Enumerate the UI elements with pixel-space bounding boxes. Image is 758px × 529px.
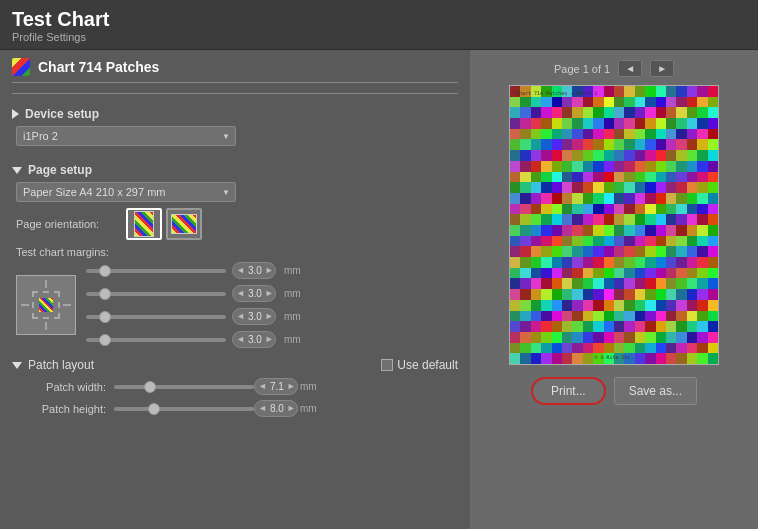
color-cell [593,225,603,236]
color-cell [510,311,520,322]
margin-top-slider[interactable] [86,269,226,273]
patch-height-slider[interactable] [114,407,254,411]
use-default-checkbox[interactable] [381,359,393,371]
color-cell [520,289,530,300]
patch-height-decrement[interactable]: ◄ [255,404,270,413]
device-setup-header[interactable]: Device setup [12,102,458,126]
color-cell [624,236,634,247]
color-cell [531,225,541,236]
color-cell [531,289,541,300]
color-cell [541,193,551,204]
color-cell [656,246,666,257]
margin-right-increment[interactable]: ► [262,289,277,298]
patch-width-slider[interactable] [114,385,254,389]
color-cell [583,214,593,225]
color-cell [666,332,676,343]
color-cell [697,97,707,108]
color-cell [520,204,530,215]
margin-bottom-slider[interactable] [86,315,226,319]
color-cell [562,214,572,225]
color-cell [520,150,530,161]
patch-width-value: 7.1 [270,381,284,392]
color-cell [552,311,562,322]
color-cell [624,97,634,108]
orientation-label: Page orientation: [16,218,126,230]
color-cell [604,311,614,322]
patch-width-increment[interactable]: ► [284,382,299,391]
color-cell [552,236,562,247]
color-cell [614,193,624,204]
margin-right-row: ◄ 3.0 ► mm [86,285,458,302]
color-cell [708,204,718,215]
color-cell [666,204,676,215]
color-cell [676,172,686,183]
app-header: Test Chart Profile Settings [0,0,758,50]
color-cell [572,311,582,322]
color-cell [531,214,541,225]
color-cell [645,214,655,225]
color-cell [645,204,655,215]
color-cell [676,343,686,354]
color-cell [676,107,686,118]
color-cell [520,246,530,257]
color-cell [562,172,572,183]
color-cell [708,129,718,140]
prev-page-button[interactable]: ◄ [618,60,642,77]
patch-width-decrement[interactable]: ◄ [255,382,270,391]
color-cell [687,204,697,215]
page-setup-header[interactable]: Page setup [12,158,458,182]
color-cell [624,278,634,289]
page-size-row: Paper Size A4 210 x 297 mm Letter A3 [16,182,458,202]
margin-bottom-increment[interactable]: ► [262,312,277,321]
color-cell [520,172,530,183]
color-cell [676,204,686,215]
color-cell [531,321,541,332]
landscape-icon [171,214,197,234]
margin-right-decrement[interactable]: ◄ [233,289,248,298]
color-cell [708,97,718,108]
color-cell [520,193,530,204]
color-cell [520,161,530,172]
color-cell [593,311,603,322]
color-cell [697,182,707,193]
margin-left-decrement[interactable]: ◄ [233,335,248,344]
color-cell [552,182,562,193]
color-cell [656,300,666,311]
color-cell [635,161,645,172]
color-cell [572,118,582,129]
color-cell [614,118,624,129]
color-cell [562,300,572,311]
color-cell [583,161,593,172]
margin-top-decrement[interactable]: ◄ [233,266,248,275]
device-select[interactable]: i1Pro 2 i1Pro Colorimeter [16,126,236,146]
patch-height-value: 8.0 [270,403,284,414]
save-button[interactable]: Save as... [614,377,697,405]
print-button[interactable]: Print... [531,377,606,405]
chart-preview: Chart 714 Patches — i1Pro 2 © X-Rite Inc… [509,85,719,365]
margin-left-slider[interactable] [86,338,226,342]
color-cell [666,300,676,311]
color-cell [708,257,718,268]
margin-right-slider[interactable] [86,292,226,296]
margin-bottom-decrement[interactable]: ◄ [233,312,248,321]
color-cell [645,343,655,354]
margin-left-increment[interactable]: ► [262,335,277,344]
color-cell [552,289,562,300]
next-page-button[interactable]: ► [650,60,674,77]
patch-height-increment[interactable]: ► [284,404,299,413]
margin-top-increment[interactable]: ► [262,266,277,275]
color-cell [531,246,541,257]
color-cell [666,321,676,332]
color-cell [614,172,624,183]
color-cell [666,107,676,118]
color-cell [687,172,697,183]
page-size-select[interactable]: Paper Size A4 210 x 297 mm Letter A3 [16,182,236,202]
color-cell [635,182,645,193]
margin-top-unit: mm [284,265,301,276]
patch-height-label: Patch height: [16,403,106,415]
color-cell [531,107,541,118]
portrait-button[interactable] [126,208,162,240]
margin-top-value: 3.0 [248,265,262,276]
color-cell [593,139,603,150]
landscape-button[interactable] [166,208,202,240]
